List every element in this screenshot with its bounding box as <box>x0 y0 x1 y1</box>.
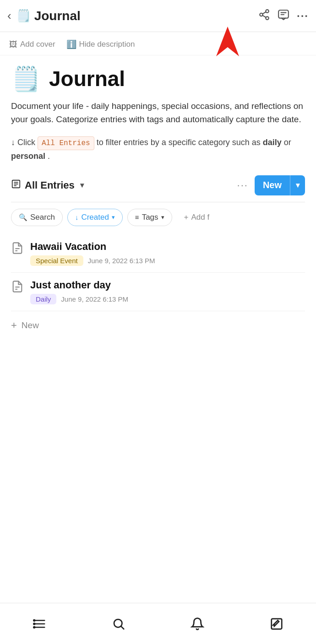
nav-actions: ··· <box>258 9 309 23</box>
journal-header: 🗒️ Journal <box>11 66 305 91</box>
bell-icon <box>191 617 204 631</box>
main-content: 🗒️ Journal Document your life - daily ha… <box>0 55 316 385</box>
entry-meta-2: Daily June 9, 2022 6:13 PM <box>30 294 305 304</box>
image-icon: 🖼 <box>9 40 17 49</box>
add-cover-button[interactable]: 🖼 Add cover <box>9 40 55 49</box>
entry-doc-icon-1 <box>11 242 24 258</box>
bottom-nav <box>0 603 316 644</box>
entries-divider <box>11 202 305 202</box>
search-filter-pill[interactable]: 🔍 Search <box>11 209 63 226</box>
entry-tag-2: Daily <box>30 294 56 304</box>
entries-list-icon <box>11 179 21 192</box>
search-icon <box>112 617 125 631</box>
entry-date-1: June 9, 2022 6:13 PM <box>88 257 155 265</box>
filter-hint-daily: daily <box>263 138 282 147</box>
edit-icon <box>270 617 283 631</box>
back-button[interactable]: ‹ <box>7 9 11 23</box>
filter-pills: 🔍 Search ↓ Created ▾ ≡ Tags ▾ + Add f <box>11 209 305 226</box>
new-btn-chevron-icon[interactable]: ▾ <box>290 176 305 194</box>
journal-title: Journal <box>49 66 125 91</box>
entry-info-1: Hawaii Vacation Special Event June 9, 20… <box>30 241 305 266</box>
add-filter-plus-icon: + <box>184 213 189 222</box>
filter-hint-after: to filter entries by a specific category… <box>97 138 263 147</box>
sort-icon: ↓ <box>75 213 79 221</box>
entries-toolbar: All Entries ▾ ··· New ▾ <box>11 175 305 195</box>
journal-icon: 🗒️ <box>16 9 31 23</box>
entries-chevron-icon: ▾ <box>80 181 84 189</box>
bottom-nav-edit[interactable] <box>261 612 293 635</box>
entry-hawaii-vacation[interactable]: Hawaii Vacation Special Event June 9, 20… <box>11 234 305 273</box>
add-new-entry-button[interactable]: + New <box>11 311 305 340</box>
svg-line-3 <box>262 15 266 17</box>
add-new-label: New <box>22 320 39 330</box>
list-icon <box>33 617 46 631</box>
tags-icon: ≡ <box>135 213 139 221</box>
share-icon[interactable] <box>258 9 270 23</box>
journal-emoji: 🗒️ <box>11 67 41 91</box>
filter-hint-period: . <box>48 152 50 161</box>
bottom-nav-search[interactable] <box>103 612 135 635</box>
chat-icon[interactable] <box>278 9 289 23</box>
entry-just-another-day[interactable]: Just another day Daily June 9, 2022 6:13… <box>11 273 305 311</box>
search-pill-icon: 🔍 <box>19 213 27 222</box>
entries-more-button[interactable]: ··· <box>237 179 248 191</box>
hide-description-button[interactable]: ℹ️ Hide description <box>66 39 135 49</box>
all-entries-selector[interactable]: All Entries ▾ <box>11 179 237 192</box>
entries-label-text: All Entries <box>25 179 75 191</box>
new-btn-label: New <box>255 175 290 195</box>
filter-hint-or: or <box>284 138 291 147</box>
created-filter-pill[interactable]: ↓ Created ▾ <box>67 209 123 226</box>
top-nav: ‹ 🗒️ Journal ··· <box>0 0 316 32</box>
svg-line-25 <box>121 626 124 629</box>
entry-doc-icon-2 <box>11 280 24 296</box>
entry-info-2: Just another day Daily June 9, 2022 6:13… <box>30 279 305 304</box>
add-filter-button[interactable]: + Add f <box>177 209 217 226</box>
toolbar-row: 🖼 Add cover ℹ️ Hide description <box>0 32 316 55</box>
tags-filter-pill[interactable]: ≡ Tags ▾ <box>127 209 172 226</box>
entry-name-1: Hawaii Vacation <box>30 241 305 253</box>
filter-hint-personal: personal <box>11 152 45 161</box>
filter-hint: ↓ Click All Entries to filter entries by… <box>11 136 305 162</box>
entry-meta-1: Special Event June 9, 2022 6:13 PM <box>30 255 305 266</box>
created-chevron-icon: ▾ <box>112 214 115 221</box>
more-icon[interactable]: ··· <box>297 10 309 22</box>
page-title: Journal <box>34 9 258 23</box>
entry-tag-1: Special Event <box>30 255 83 266</box>
new-entry-button[interactable]: New ▾ <box>255 175 305 195</box>
svg-point-21 <box>34 620 35 621</box>
add-new-plus-icon: + <box>11 319 17 331</box>
svg-point-23 <box>34 627 35 628</box>
entry-date-2: June 9, 2022 6:13 PM <box>61 295 128 303</box>
entry-name-2: Just another day <box>30 279 305 291</box>
tags-chevron-icon: ▾ <box>161 214 164 221</box>
svg-line-4 <box>262 12 266 14</box>
filter-hint-before: ↓ Click <box>11 138 38 147</box>
all-entries-badge[interactable]: All Entries <box>38 136 94 150</box>
bottom-nav-list[interactable] <box>23 612 55 635</box>
svg-point-22 <box>34 623 35 624</box>
journal-description: Document your life - daily happenings, s… <box>11 99 305 126</box>
info-icon: ℹ️ <box>66 39 76 49</box>
bottom-nav-bell[interactable] <box>181 612 213 635</box>
